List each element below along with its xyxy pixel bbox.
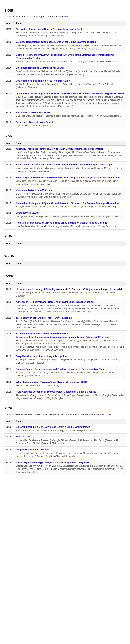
paper-cell: Cross-Device SearchGeorge Montanez (Carn…: [14, 210, 126, 220]
year-cell: 2013: [4, 220, 14, 229]
year-cell: 2014: [4, 109, 14, 119]
paper-cell: 1. Densely Connected Convolutional Netwo…: [14, 330, 126, 353]
paper-cell: What Camera Motion Reveals About Shape w…: [14, 379, 126, 388]
year-cell: 2014: [4, 210, 14, 220]
col-header-paper: Paper: [14, 21, 126, 26]
year-cell: 2019: [4, 39, 14, 52]
paper-authors: Zhuang Liu (Tsinghua University); Gao Hu…: [16, 339, 124, 345]
conference-title-cvpr: CVPR: [4, 274, 126, 279]
year-cell: 2017: [4, 65, 14, 78]
year-cell: 2017: [4, 174, 14, 187]
paper-title-link[interactable]: Hike: A Hybrid Human-Machine Method for …: [16, 176, 120, 179]
col-header-year: Year: [4, 21, 14, 26]
table-row: 2017BitFunnel: Revisiting Signatures for…: [4, 65, 126, 78]
paper-authors: Vicente Ordóñez (University of North Car…: [16, 464, 124, 474]
paper-cell: AutoGRD: Model Recommendation Through Gr…: [14, 146, 126, 162]
year-cell: 2015: [4, 366, 14, 379]
paper-title-link[interactable]: Should I Follow the Crowd? A Probabilist…: [16, 54, 115, 60]
table-row: 2016Deep Residual Learning for Image Rec…: [4, 353, 126, 366]
paper-title-link[interactable]: What Camera Motion Reveals About Shape w…: [16, 380, 88, 383]
paper-cell: Mask R-CNNKaiming He (Facebook AI Resear…: [14, 434, 126, 446]
paper-cell: A theory of Fermat Paths for Non-Line-of…: [14, 299, 126, 315]
paper-authors: Kateryna Tymoshenko (University of Trent…: [16, 205, 124, 208]
paper-cell: Controlling Fairness and Bias in Dynamic…: [14, 26, 126, 39]
paper-title-link[interactable]: Fast, Accurate Detection of 100,000 Obje…: [16, 390, 96, 393]
paper-authors: Tamar Rott Shaham (Israel Institute of T…: [16, 429, 124, 432]
paper-title-link[interactable]: Variance Reduction in Gradient Explorati…: [16, 40, 96, 43]
paper-authors: Shangzhe Wu (University of Oxford); Chri…: [16, 291, 124, 298]
year-cell: 2015: [4, 200, 14, 210]
paper-cell: Hike: A Hybrid Human-Machine Method for …: [14, 174, 126, 187]
table-cvpr: YearPaper2020Unsupervised Learning of Pr…: [4, 281, 126, 402]
paper-title-link[interactable]: Assessing the Impact of Syntactic and Se…: [16, 202, 119, 204]
paper-cell: Assessing the Impact of Syntactic and Se…: [14, 200, 126, 210]
paper-authors: Giuseppe Ottaviano (Istituto di Scienza …: [16, 114, 124, 118]
year-cell: 2018: [4, 315, 14, 330]
col-header-year: Year: [4, 261, 14, 266]
paper-authors: Yashar Moshfeghi (University of Glasgow)…: [16, 83, 124, 89]
paper-title-link[interactable]: Relevance estimation with multiple infor…: [16, 163, 113, 166]
col-header-paper: Paper: [14, 281, 126, 286]
paper-title-link[interactable]: Cross-Device Search: [16, 212, 39, 214]
paper-title-link[interactable]: Penguins in Sweaters, or Serendipitous E…: [16, 221, 107, 224]
paper-title-link[interactable]: A theory of Fermat Paths for Non-Line-of…: [16, 300, 94, 303]
year-cell: 2015: [4, 446, 14, 460]
paper-title-link[interactable]: Taskonomy: Disentangling Task Transfer L…: [16, 316, 72, 319]
paper-title-link[interactable]: Vandalism Detection in Wikidata: [16, 189, 52, 192]
paper-title-link[interactable]: Partitioned Elias-Fano Indexes: [16, 111, 50, 114]
table-row: 2016Understanding Information Need: An f…: [4, 78, 126, 90]
paper-authors: Peter Kontschieder (Microsoft Research);…: [16, 452, 124, 458]
table-row: 2015Deep Neural Decision ForestsPeter Ko…: [4, 446, 126, 460]
paper-title-link[interactable]: SinGAN: Learning a Generative Model from…: [16, 426, 90, 428]
col-header-paper: Paper: [14, 140, 126, 146]
paper-title-link[interactable]: 2. Learning from Simulated and Unsupervi…: [16, 336, 109, 338]
paper-cell: Fast, Accurate Detection of 100,000 Obje…: [14, 388, 126, 402]
paper-title-link[interactable]: AutoGRD: Model Recommendation Through Gr…: [16, 148, 103, 150]
paper-title-link[interactable]: Beliefs and Biases in Web Search: [16, 121, 54, 124]
paper-title-link[interactable]: Mask R-CNN: [16, 435, 30, 438]
year-cell: 2019: [4, 299, 14, 315]
table-row: 20171. Densely Connected Convolutional N…: [4, 330, 126, 353]
table-row: 2017Mask R-CNNKaiming He (Facebook AI Re…: [4, 434, 126, 446]
year-cell: 2015: [4, 90, 14, 109]
paper-cell: Partitioned Elias-Fano IndexesGiuseppe O…: [14, 109, 126, 119]
table-row: 2013Beliefs and Biases in Web SearchRyen…: [4, 119, 126, 129]
paper-cell: SinGAN: Learning a Generative Model from…: [14, 424, 126, 434]
table-row: 2015Assessing the Impact of Syntactic an…: [4, 200, 126, 210]
paper-authors: Ryen W. White (Microsoft Research): [16, 124, 124, 127]
paper-title-link[interactable]: Controlling Fairness and Bias in Dynamic…: [16, 28, 82, 30]
paper-authors: Kaiming He (Microsoft Research); Xiangyu…: [16, 358, 124, 364]
col-header-paper: Paper: [14, 241, 126, 246]
paper-authors: Stefan Heindorf (Paderborn University); …: [16, 192, 124, 198]
paper-authors: Huazheng Wang (University of Virginia); …: [16, 44, 124, 50]
paper-title-link[interactable]: Deep Residual Learning for Image Recogni…: [16, 355, 68, 358]
paper-title-link[interactable]: Unsupervised Learning of Probably Symmet…: [16, 288, 122, 290]
intro-link-iccv[interactable]: David Marr: [100, 413, 112, 416]
year-cell: 2016: [4, 353, 14, 366]
paper-title-link[interactable]: 1. Densely Connected Convolutional Netwo…: [16, 332, 68, 335]
paper-authors: Amir R. Zamir (Stanford University); Ale…: [16, 320, 124, 329]
table-row: 2015QuickScorer: A Fast Algorithm to Ran…: [4, 90, 126, 109]
paper-cell: Understanding Information Need: An fMRI …: [14, 78, 126, 90]
paper-authors: Ilaria Bordino (Yahoo! Research); Yelena…: [16, 225, 124, 228]
paper-title-link[interactable]: From Large Scale Image Categorization to…: [16, 461, 89, 464]
paper-title-link[interactable]: DynamicFusion: Reconstruction and Tracki…: [16, 368, 105, 370]
year-cell: 2013: [4, 119, 14, 129]
empty-row: [4, 246, 126, 250]
paper-cell: Vandalism Detection in WikidataStefan He…: [14, 187, 126, 200]
paper-authors: Thomas Dean (Google); Mark A. Ruzon (Goo…: [16, 394, 124, 400]
table-row: 2013Penguins in Sweaters, or Serendipito…: [4, 220, 126, 229]
paper-title-link[interactable]: Understanding Information Need: An fMRI …: [16, 79, 70, 82]
paper-title-link[interactable]: BitFunnel: Revisiting Signatures for Sea…: [16, 66, 65, 69]
col-header-year: Year: [4, 140, 14, 146]
table-cikm: YearPaper2019AutoGRD: Model Recommendati…: [4, 140, 126, 230]
paper-title-link[interactable]: QuickScorer: A Fast Algorithm to Rank Do…: [16, 92, 124, 95]
table-row: 2014Cross-Device SearchGeorge Montanez (…: [4, 210, 126, 220]
section-intro-sigir: The full list of SIGIR best papers is pr…: [4, 15, 126, 18]
year-cell: 2013: [4, 388, 14, 402]
table-row: 2017Hike: A Hybrid Human-Machine Method …: [4, 174, 126, 187]
year-cell: 2020: [4, 26, 14, 39]
intro-link-sigir[interactable]: this website: [56, 15, 68, 18]
paper-cell: DynamicFusion: Reconstruction and Tracki…: [14, 366, 126, 379]
paper-title-link[interactable]: Deep Neural Decision Forests: [16, 448, 49, 451]
